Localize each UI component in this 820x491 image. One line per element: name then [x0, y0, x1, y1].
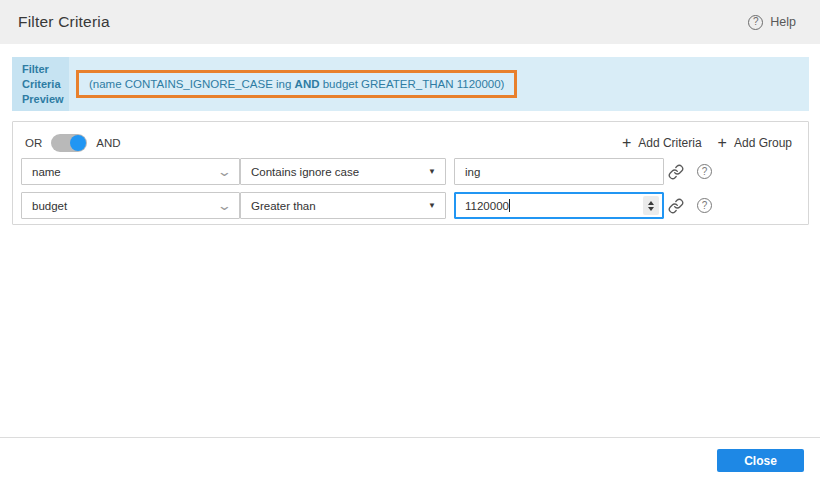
preview-expression-area: (name CONTAINS_IGNORE_CASE ing AND budge…: [69, 57, 809, 111]
add-criteria-label: Add Criteria: [638, 136, 701, 150]
builder-toolbar: OR AND + Add Criteria + Add Group: [25, 131, 792, 155]
preview-expression-highlight: (name CONTAINS_IGNORE_CASE ing AND budge…: [76, 70, 517, 98]
text-caret: [509, 199, 510, 212]
and-label: AND: [96, 137, 120, 149]
criteria-row: budget ⌄ Greater than ▼: [13, 192, 808, 219]
stepper-up-icon: [648, 201, 654, 205]
plus-icon: +: [622, 135, 631, 151]
plus-icon: +: [718, 135, 727, 151]
preview-label: Filter Criteria Preview: [12, 57, 69, 111]
stepper-down-icon: [648, 207, 654, 211]
operator-select-value: Greater than: [241, 200, 428, 212]
criteria-builder-panel: OR AND + Add Criteria + Add Group n: [12, 121, 809, 225]
value-input[interactable]: [454, 192, 664, 219]
dropdown-arrow-icon: ▼: [428, 201, 436, 210]
number-stepper[interactable]: [643, 196, 659, 215]
help-icon: ?: [748, 15, 763, 30]
filter-criteria-preview: Filter Criteria Preview (name CONTAINS_I…: [12, 57, 809, 111]
question-icon[interactable]: ?: [697, 198, 712, 213]
field-select-value: name: [22, 166, 219, 178]
criteria-row: name ⌄ Contains ignore case ▼ ?: [13, 158, 808, 185]
footer-divider: [0, 437, 820, 438]
toggle-knob: [70, 135, 86, 151]
page-title: Filter Criteria: [18, 13, 110, 31]
field-select-value: budget: [22, 200, 219, 212]
field-select[interactable]: name ⌄: [21, 158, 240, 185]
operator-select[interactable]: Greater than ▼: [240, 192, 446, 219]
dialog-header: Filter Criteria ? Help: [0, 0, 820, 44]
operator-select[interactable]: Contains ignore case ▼: [240, 158, 446, 185]
logic-toggle-group: OR AND: [25, 134, 121, 152]
expression-suffix: budget GREATER_THAN 1120000): [320, 78, 505, 90]
help-button[interactable]: ? Help: [748, 15, 796, 30]
expression-prefix: (name CONTAINS_IGNORE_CASE ing: [89, 78, 295, 90]
value-input[interactable]: [454, 158, 664, 185]
value-field-wrap: [454, 158, 664, 185]
chevron-down-icon: ⌄: [217, 165, 232, 178]
help-label: Help: [770, 15, 796, 29]
link-icon[interactable]: [668, 198, 684, 214]
value-field-wrap: [454, 192, 664, 219]
and-or-toggle[interactable]: [51, 134, 87, 152]
dropdown-arrow-icon: ▼: [428, 167, 436, 176]
add-group-button[interactable]: + Add Group: [718, 135, 792, 151]
row-icons: ?: [668, 158, 712, 185]
operator-select-value: Contains ignore case: [241, 166, 428, 178]
add-criteria-button[interactable]: + Add Criteria: [622, 135, 702, 151]
close-button[interactable]: Close: [717, 449, 804, 472]
field-select[interactable]: budget ⌄: [21, 192, 240, 219]
builder-actions: + Add Criteria + Add Group: [622, 135, 792, 151]
add-group-label: Add Group: [734, 136, 792, 150]
row-icons: ?: [668, 192, 712, 219]
or-label: OR: [25, 137, 42, 149]
question-icon[interactable]: ?: [697, 164, 712, 179]
link-icon[interactable]: [668, 164, 684, 180]
expression-operator: AND: [295, 78, 320, 90]
chevron-down-icon: ⌄: [217, 199, 232, 212]
